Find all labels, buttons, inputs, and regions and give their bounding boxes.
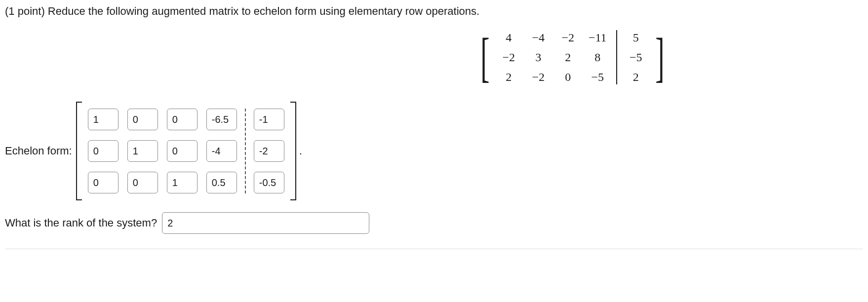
trailing-dot: . xyxy=(299,145,302,157)
echelon-label: Echelon form: xyxy=(5,145,72,157)
answer-input[interactable] xyxy=(167,140,197,162)
answer-input[interactable] xyxy=(88,140,118,162)
cell: 5 xyxy=(621,31,651,44)
answer-right-bracket xyxy=(290,102,296,200)
cell: −5 xyxy=(621,51,651,64)
answer-grid-right xyxy=(254,109,284,193)
rank-label: What is the rank of the system? xyxy=(5,217,157,229)
cell: 2 xyxy=(553,51,583,64)
answer-augmentation-bar xyxy=(245,109,246,193)
cell: −2 xyxy=(494,51,523,64)
cell: 0 xyxy=(553,71,583,84)
answer-input[interactable] xyxy=(127,109,158,130)
cell: 8 xyxy=(583,51,612,64)
answer-input[interactable] xyxy=(88,109,118,130)
answer-matrix xyxy=(76,102,296,200)
rank-input[interactable] xyxy=(162,212,369,234)
answer-input[interactable] xyxy=(167,109,197,130)
answer-input[interactable] xyxy=(206,172,237,193)
answer-input[interactable] xyxy=(254,140,284,162)
cell: 2 xyxy=(494,71,523,84)
cell: −11 xyxy=(583,31,612,44)
given-matrix-left: 4 −4 −2 −11 −2 3 2 8 2 −2 0 −5 xyxy=(494,28,612,87)
answer-input[interactable] xyxy=(127,140,158,162)
answer-input[interactable] xyxy=(167,172,197,193)
answer-input[interactable] xyxy=(206,140,237,162)
divider xyxy=(5,249,863,249)
answer-input[interactable] xyxy=(254,172,284,193)
left-bracket: [ xyxy=(480,33,489,82)
points-prefix: (1 point) xyxy=(5,5,48,17)
cell: 2 xyxy=(621,71,651,84)
augmentation-bar xyxy=(616,30,617,84)
cell: −2 xyxy=(523,71,553,84)
cell: 4 xyxy=(494,31,523,44)
cell: −5 xyxy=(583,71,612,84)
answer-input[interactable] xyxy=(254,109,284,130)
answer-input[interactable] xyxy=(127,172,158,193)
given-matrix-right: 5 −5 2 xyxy=(621,28,651,87)
answer-input[interactable] xyxy=(206,109,237,130)
right-bracket: ] xyxy=(655,33,664,82)
answer-left-bracket xyxy=(76,102,82,200)
cell: −4 xyxy=(523,31,553,44)
echelon-form-row: Echelon form: xyxy=(5,102,863,200)
cell: 3 xyxy=(523,51,553,64)
answer-grid-left xyxy=(88,109,237,193)
given-matrix-display: [ 4 −4 −2 −11 −2 3 2 8 2 −2 0 −5 5 −5 2 xyxy=(5,28,863,87)
cell: −2 xyxy=(553,31,583,44)
question-body: Reduce the following augmented matrix to… xyxy=(48,5,479,17)
rank-row: What is the rank of the system? xyxy=(5,212,863,234)
answer-input[interactable] xyxy=(88,172,118,193)
question-text: (1 point) Reduce the following augmented… xyxy=(5,5,863,18)
